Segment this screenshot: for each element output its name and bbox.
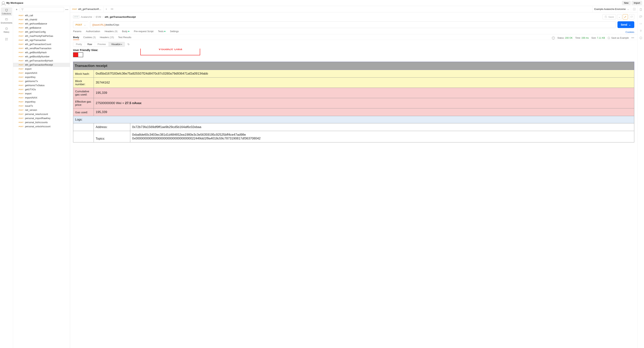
comments-icon[interactable] bbox=[639, 15, 642, 18]
eye-grid-icon bbox=[633, 8, 636, 11]
reqtab-headers[interactable]: Headers (9) bbox=[105, 30, 118, 34]
reqtab-auth[interactable]: Authorization bbox=[86, 30, 100, 34]
sidebar-item-eth_chainId[interactable]: POSTeth_chainId bbox=[13, 18, 70, 22]
environment-quicklook-icon[interactable] bbox=[631, 8, 637, 11]
save-label: Save bbox=[608, 16, 614, 18]
tab-strip: POST eth_getTransactionRece + ••• Exampl… bbox=[70, 6, 637, 12]
refresh-icon[interactable]: ↻ bbox=[128, 43, 130, 46]
code-icon[interactable] bbox=[639, 22, 642, 26]
user-friendly-view-toggle[interactable] bbox=[73, 52, 83, 57]
sidebar-item-label: eth_call bbox=[25, 14, 33, 17]
reqtab-tests[interactable]: Tests bbox=[158, 30, 166, 34]
crumb-avalanche[interactable]: Avalanche bbox=[81, 16, 92, 18]
sidebar-item-eth_getAssetBalance[interactable]: POSTeth_getAssetBalance bbox=[13, 22, 70, 26]
crumb-current[interactable]: eth_getTransactionReceipt bbox=[105, 16, 136, 18]
sidebar-more-icon[interactable]: ••• bbox=[65, 8, 68, 11]
sidebar-item-getUTXOs[interactable]: POSTgetUTXOs bbox=[13, 88, 70, 92]
tab-request[interactable]: POST eth_getTransactionRece bbox=[70, 6, 104, 12]
save-icon bbox=[604, 16, 607, 18]
sidebar-item-eth_getTransactionReceipt[interactable]: POSTeth_getTransactionReceipt bbox=[13, 63, 70, 67]
sidebar-item-personal_listAccounts[interactable]: POSTpersonal_listAccounts bbox=[13, 120, 70, 124]
save-example-button[interactable]: Save as Example bbox=[608, 37, 629, 39]
resptab-tests[interactable]: Test Results bbox=[118, 36, 132, 40]
reqtab-body[interactable]: Body bbox=[122, 30, 130, 34]
resptab-cookies[interactable]: Cookies (3) bbox=[83, 36, 96, 40]
method-select[interactable]: POST ⌄ bbox=[73, 21, 88, 28]
sidebar-item-label: eth_getTransactionByHash bbox=[25, 60, 53, 62]
sidebar-item-label: exportKey bbox=[25, 76, 36, 78]
send-label: Send bbox=[621, 23, 627, 26]
network-icon[interactable] bbox=[552, 36, 555, 40]
rail-more[interactable] bbox=[1, 36, 12, 43]
rail-history[interactable]: History bbox=[1, 26, 12, 34]
cookies-link[interactable]: Cookies bbox=[626, 31, 634, 34]
visualize-body: Visualize Data User Friendly View: Trans… bbox=[70, 48, 637, 348]
docs-icon[interactable] bbox=[639, 8, 642, 11]
sidebar-item-eth_getTransactionCount[interactable]: POSTeth_getTransactionCount bbox=[13, 42, 70, 46]
rail-environments[interactable]: Environments bbox=[1, 17, 12, 25]
method-pill: POST bbox=[19, 76, 24, 78]
url-input[interactable]: {{baseURL}}/ext/bc/C/rpc bbox=[90, 21, 616, 28]
workspace-title[interactable]: My Workspace bbox=[6, 2, 23, 4]
new-tab-button[interactable]: + bbox=[104, 8, 109, 10]
sidebar-item-personal_importRawKey[interactable]: POSTpersonal_importRawKey bbox=[13, 116, 70, 120]
sidebar-item-getAtomicTx[interactable]: POSTgetAtomicTx bbox=[13, 79, 70, 83]
sidebar-item-exportAVAX[interactable]: POSTexportAVAX bbox=[13, 71, 70, 75]
table-row: Block hash: 0xd5bd167f183efc36e75a925507… bbox=[73, 70, 634, 78]
sidebar-item-issueTx[interactable]: POSTissueTx bbox=[13, 104, 70, 108]
table-row: Effective gas price: 27500000000 Wei = 2… bbox=[73, 98, 634, 108]
sidebar-item-eth_getBalance[interactable]: POSTeth_getBalance bbox=[13, 26, 70, 30]
new-button[interactable]: New bbox=[622, 1, 630, 5]
sidebar-item-import[interactable]: POSTimport bbox=[13, 92, 70, 96]
filter-icon bbox=[21, 8, 24, 11]
method-pill: POST bbox=[19, 43, 24, 45]
receipt-title: Transaction receipt bbox=[73, 62, 634, 70]
add-request-button[interactable]: + bbox=[14, 8, 19, 11]
sidebar-item-eth_getTransactionByHash[interactable]: POSTeth_getTransactionByHash bbox=[13, 59, 70, 63]
reqtab-params[interactable]: Params bbox=[73, 30, 82, 34]
save-dropdown-button[interactable]: ⌄ bbox=[617, 14, 622, 20]
sidebar-item-importKey[interactable]: POSTimportKey bbox=[13, 100, 70, 104]
reqtab-settings[interactable]: Settings bbox=[170, 30, 179, 34]
sidebar-item-personal_newAccount[interactable]: POSTpersonal_newAccount bbox=[13, 112, 70, 116]
view-visualize[interactable]: Visualize bbox=[108, 42, 125, 46]
import-button[interactable]: Import bbox=[632, 1, 642, 5]
save-button[interactable]: Save bbox=[602, 14, 616, 20]
filter-input[interactable] bbox=[20, 7, 64, 12]
crumb-evm[interactable]: EVM bbox=[96, 16, 101, 18]
send-button[interactable]: Send ⌄ bbox=[618, 21, 634, 28]
sidebar-item-eth_getBlockByHash[interactable]: POSTeth_getBlockByHash bbox=[13, 50, 70, 54]
sidebar-item-export[interactable]: POSTexport bbox=[13, 67, 70, 71]
reqtab-prereq[interactable]: Pre-request Script bbox=[134, 30, 154, 34]
info-icon[interactable] bbox=[639, 36, 642, 40]
view-raw[interactable]: Raw bbox=[85, 42, 95, 46]
response-more-icon[interactable]: ••• bbox=[631, 37, 634, 39]
comment-icon bbox=[630, 16, 633, 18]
sidebar-item-eth_getBlockByNumber[interactable]: POSTeth_getBlockByNumber bbox=[13, 54, 70, 59]
rail-label: Environments bbox=[1, 22, 12, 24]
sidebar-item-personal_unlockAccount[interactable]: POSTpersonal_unlockAccount bbox=[13, 124, 70, 128]
view-preview[interactable]: Preview bbox=[95, 42, 108, 46]
edit-button[interactable] bbox=[623, 14, 628, 20]
resptab-headers[interactable]: Headers (15) bbox=[100, 36, 114, 40]
sidebar-item-getAtomicTxStatus[interactable]: POSTgetAtomicTxStatus bbox=[13, 83, 70, 88]
rail-label: History bbox=[4, 31, 9, 33]
sidebar-item-eth_signTransaction[interactable]: POSTeth_signTransaction bbox=[13, 38, 70, 42]
sidebar-item-importAVAX[interactable]: POSTimportAVAX bbox=[13, 96, 70, 100]
comment-button[interactable] bbox=[629, 14, 634, 20]
sidebar-item-eth_sendRawTransaction[interactable]: POSTeth_sendRawTransaction bbox=[13, 46, 70, 50]
lightbulb-icon[interactable] bbox=[639, 29, 642, 32]
sidebar-item-eth_maxPriorityFeePerGas[interactable]: POSTeth_maxPriorityFeePerGas bbox=[13, 34, 70, 38]
resptab-body[interactable]: Body bbox=[73, 36, 79, 40]
sidebar-item-label: personal_importRawKey bbox=[25, 117, 50, 120]
rail-collections[interactable]: Collections bbox=[1, 8, 12, 16]
sidebar-item-label: issueTx bbox=[25, 105, 33, 107]
sidebar-item-eth_call[interactable]: POSTeth_call bbox=[13, 14, 70, 18]
environment-selector[interactable]: Example-Avalanche-Environme ⌄ bbox=[592, 6, 631, 12]
pencil-icon bbox=[624, 16, 626, 18]
sidebar-item-net_version[interactable]: POSTnet_version bbox=[13, 108, 70, 112]
view-pretty[interactable]: Pretty bbox=[73, 42, 85, 46]
tab-overflow-icon[interactable]: ••• bbox=[109, 8, 115, 10]
sidebar-item-eth_getChainConfig[interactable]: POSTeth_getChainConfig bbox=[13, 30, 70, 34]
sidebar-item-exportKey[interactable]: POSTexportKey bbox=[13, 75, 70, 79]
